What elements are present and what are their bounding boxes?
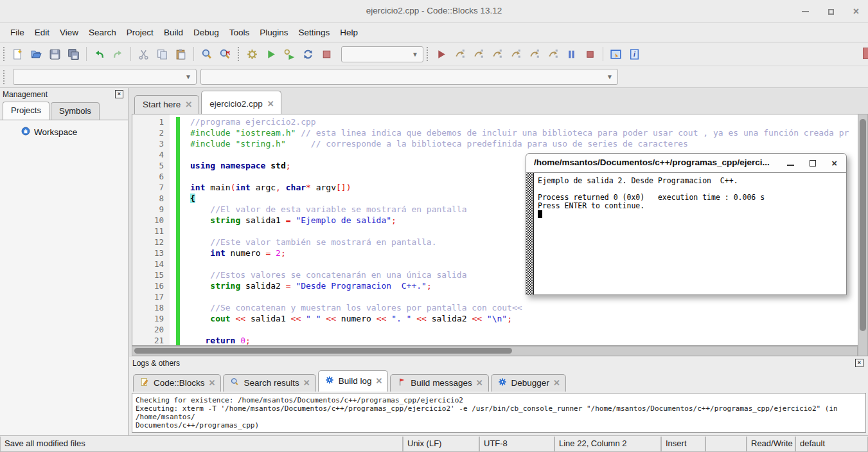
status-modified — [705, 437, 747, 452]
menu-file[interactable]: File — [5, 28, 30, 37]
close-pane-icon[interactable]: × — [855, 359, 864, 367]
editor-horizontal-scrollbar[interactable] — [132, 346, 858, 356]
horizontal-scroll-thumb[interactable] — [134, 348, 512, 354]
maximize-icon[interactable] — [828, 9, 834, 15]
menu-build[interactable]: Build — [159, 28, 188, 37]
find-button[interactable] — [198, 46, 215, 63]
console-maximize-icon[interactable] — [810, 160, 816, 167]
logs-header: Logs & others × — [129, 357, 868, 370]
toolbar-separator — [603, 47, 603, 61]
line-number: 21 — [132, 336, 170, 346]
abort-build-button[interactable] — [318, 46, 335, 63]
window-title: ejercicio2.cpp - Code::Blocks 13.12 — [0, 6, 868, 15]
tab-close-icon[interactable]: ✕ — [375, 376, 382, 386]
menu-tools[interactable]: Tools — [224, 28, 255, 37]
tab-close-icon[interactable]: ✕ — [476, 378, 483, 388]
close-pane-icon[interactable]: × — [115, 90, 123, 98]
tab-close-icon[interactable]: ✕ — [303, 378, 310, 388]
menu-settings[interactable]: Settings — [294, 28, 335, 37]
editor-tab-ejercicio2-cpp[interactable]: ejercicio2.cpp✕ — [201, 91, 281, 114]
build-button[interactable] — [244, 46, 261, 63]
redo-button[interactable] — [109, 46, 127, 63]
build-target-combo[interactable]: ▼ — [341, 46, 423, 62]
logs-tab-debugger[interactable]: Debugger✕ — [491, 374, 566, 392]
run-button[interactable] — [262, 46, 279, 63]
toolbar-grip[interactable] — [236, 46, 240, 62]
status-encoding: UTF-8 — [479, 437, 554, 452]
replace-button[interactable]: R — [217, 46, 234, 63]
next-instruction-button[interactable] — [526, 46, 543, 63]
management-title: Management — [3, 90, 48, 99]
console-scrollbar[interactable] — [526, 173, 534, 294]
line-number: 13 — [132, 248, 170, 259]
logs-panel: Logs & others × Code::Blocks✕Search resu… — [129, 357, 868, 435]
logs-tab-code-blocks[interactable]: Code::Blocks✕ — [133, 374, 221, 392]
step-into-button[interactable] — [488, 46, 506, 63]
step-out-button[interactable] — [507, 46, 524, 63]
logs-tab-build-log[interactable]: Build log✕ — [318, 370, 389, 392]
run-to-cursor-button[interactable] — [451, 46, 468, 63]
logs-tab-search-results[interactable]: Search results✕ — [223, 374, 315, 392]
close-icon[interactable]: × — [853, 6, 859, 17]
menu-plugins[interactable]: Plugins — [254, 28, 293, 37]
tab-close-icon[interactable]: ✕ — [553, 378, 560, 388]
menu-search[interactable]: Search — [84, 28, 121, 37]
code-completion-function-combo[interactable]: ▼ — [200, 69, 618, 85]
minimize-icon[interactable] — [802, 11, 809, 12]
tree-item-workspace[interactable]: Workspace — [0, 121, 128, 138]
rebuild-icon — [301, 48, 315, 61]
menu-view[interactable]: View — [55, 28, 84, 37]
tab-projects[interactable]: Projects — [3, 102, 49, 120]
undo-button[interactable] — [91, 46, 108, 63]
console-cursor — [538, 210, 542, 218]
console-body[interactable]: Ejemplo de salida 2. Desde Programacion … — [526, 173, 846, 294]
logs-tab-build-messages[interactable]: Build messages✕ — [390, 374, 488, 392]
tab-close-icon[interactable]: ✕ — [267, 99, 274, 109]
projects-tree: Workspace — [0, 121, 128, 435]
toolbar-grip[interactable] — [2, 46, 6, 62]
menu-help[interactable]: Help — [335, 28, 363, 37]
console-window[interactable]: /home/msantos/Documentos/c++/programas_c… — [526, 153, 847, 295]
rebuild-button[interactable] — [299, 46, 317, 63]
logs-tab-bar: Code::Blocks✕Search results✕Build log✕Bu… — [129, 370, 868, 392]
menu-debug[interactable]: Debug — [188, 28, 224, 37]
open-file-button[interactable] — [28, 46, 45, 63]
new-file-button[interactable]: + — [9, 46, 26, 63]
various-info-button[interactable]: i — [626, 46, 643, 63]
editor-tab-start-here[interactable]: Start here✕ — [134, 95, 199, 114]
cut-icon — [137, 48, 150, 61]
paste-button[interactable] — [172, 46, 190, 63]
console-minimize-icon[interactable] — [787, 165, 794, 166]
editor-vertical-scrollbar[interactable] — [858, 114, 868, 356]
status-message: Save all modified files — [0, 437, 403, 452]
status-eol-mode: Unix (LF) — [403, 437, 479, 452]
menu-edit[interactable]: Edit — [30, 28, 55, 37]
vertical-scroll-thumb[interactable] — [860, 119, 866, 331]
next-line-icon — [472, 48, 485, 61]
save-button[interactable] — [46, 46, 64, 63]
tab-symbols[interactable]: Symbols — [51, 102, 100, 120]
debugging-windows-button[interactable] — [607, 46, 624, 63]
tab-close-icon[interactable]: ✕ — [209, 378, 216, 388]
chevron-down-icon: ▼ — [185, 73, 191, 80]
step-into-instruction-button[interactable] — [544, 46, 562, 63]
cut-button[interactable] — [135, 46, 152, 63]
stop-debugger-button[interactable] — [581, 46, 599, 63]
line-number: 16 — [132, 281, 170, 292]
break-debugger-button[interactable] — [563, 46, 580, 63]
copy-button[interactable] — [154, 46, 171, 63]
toolbar-grip[interactable] — [2, 69, 6, 86]
build-and-run-button[interactable] — [281, 46, 298, 63]
break-debugger-icon — [565, 48, 578, 61]
tab-close-icon[interactable]: ✕ — [185, 100, 192, 109]
gear-blue-icon — [324, 375, 335, 387]
code-completion-scope-combo[interactable]: ▼ — [13, 69, 197, 85]
toolbar-grip[interactable] — [425, 46, 429, 62]
console-close-icon[interactable]: × — [831, 159, 837, 168]
console-title-bar[interactable]: /home/msantos/Documentos/c++/programas_c… — [526, 154, 846, 173]
search-icon — [229, 377, 240, 389]
debug-continue-button[interactable] — [432, 46, 450, 63]
next-line-button[interactable] — [470, 46, 487, 63]
save-all-button[interactable] — [65, 46, 82, 63]
menu-project[interactable]: Project — [121, 28, 159, 37]
